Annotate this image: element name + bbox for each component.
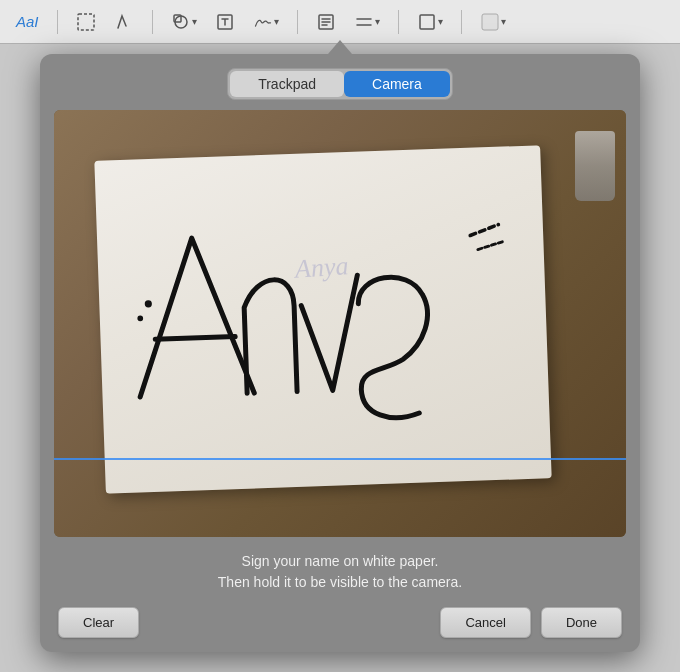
popup-arrow: [328, 40, 352, 54]
notes-tool[interactable]: [312, 10, 340, 34]
signature-drawing: [104, 179, 541, 460]
signature-tool[interactable]: ▾: [249, 10, 283, 34]
color-icon: [480, 12, 500, 32]
button-row: Clear Cancel Done: [54, 607, 626, 638]
instruction-line1: Sign your name on white paper.: [242, 553, 439, 569]
toolbar-divider-1: [57, 10, 58, 34]
notes-icon: [316, 12, 336, 32]
font-label-tool[interactable]: AaI: [12, 11, 43, 32]
text-icon: [215, 12, 235, 32]
toolbar: AaI ▾ ▾: [0, 0, 680, 44]
svg-point-8: [137, 315, 143, 321]
pen-tool[interactable]: [110, 10, 138, 34]
selection-icon: [76, 12, 96, 32]
crop-icon: [417, 12, 437, 32]
svg-point-7: [144, 300, 151, 307]
selection-tool[interactable]: [72, 10, 100, 34]
lines-icon: [354, 12, 374, 32]
paper: Anya: [94, 145, 552, 493]
svg-rect-0: [78, 14, 94, 30]
shapes-tool[interactable]: ▾: [167, 10, 201, 34]
text-tool[interactable]: [211, 10, 239, 34]
toolbar-divider-2: [152, 10, 153, 34]
toolbar-divider-3: [297, 10, 298, 34]
clear-button[interactable]: Clear: [58, 607, 139, 638]
scan-line: [54, 458, 626, 460]
trackpad-tab[interactable]: Trackpad: [230, 71, 344, 97]
camera-view: Anya: [54, 110, 626, 537]
instruction-text: Sign your name on white paper. Then hold…: [54, 547, 626, 597]
svg-rect-6: [482, 14, 498, 30]
toolbar-divider-4: [398, 10, 399, 34]
svg-rect-5: [420, 15, 434, 29]
signature-icon: [253, 12, 273, 32]
cancel-button[interactable]: Cancel: [440, 607, 530, 638]
done-button[interactable]: Done: [541, 607, 622, 638]
tab-bar: Trackpad Camera: [227, 68, 453, 100]
pen-icon: [114, 12, 134, 32]
toolbar-divider-5: [461, 10, 462, 34]
crop-tool[interactable]: ▾: [413, 10, 447, 34]
instruction-line2: Then hold it to be visible to the camera…: [218, 574, 462, 590]
lines-tool[interactable]: ▾: [350, 10, 384, 34]
shapes-icon: [171, 12, 191, 32]
color-tool[interactable]: ▾: [476, 10, 510, 34]
metal-cup: [575, 131, 615, 201]
signature-dialog: Trackpad Camera Anya: [40, 54, 640, 652]
right-buttons: Cancel Done: [440, 607, 622, 638]
font-label: AaI: [16, 13, 39, 30]
camera-tab[interactable]: Camera: [344, 71, 450, 97]
